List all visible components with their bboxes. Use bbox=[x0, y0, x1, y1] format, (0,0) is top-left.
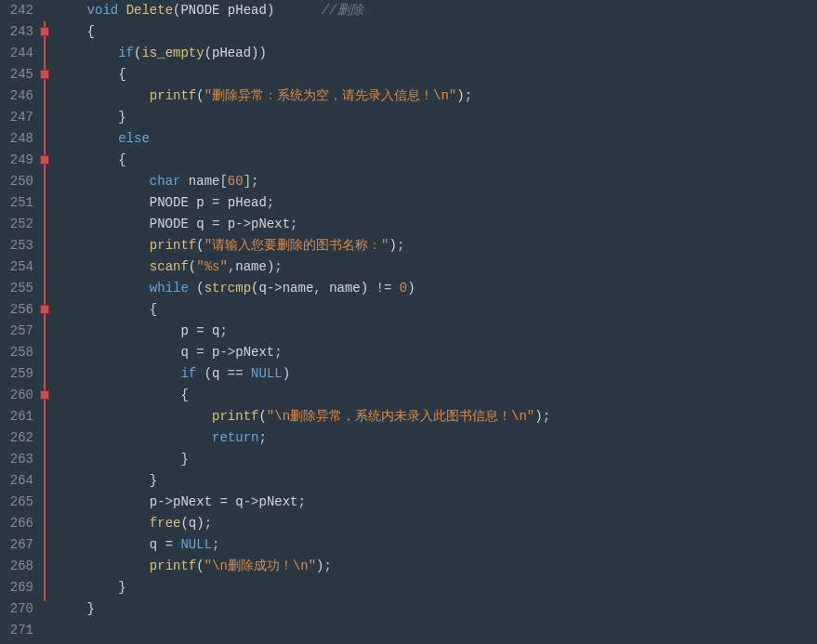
line-number: 267 bbox=[0, 534, 33, 556]
code-token: "\n删除异常，系统内未录入此图书信息！\n" bbox=[267, 409, 534, 424]
code-line[interactable]: PNODE p = pHead; bbox=[56, 192, 550, 214]
code-token: ; bbox=[267, 195, 274, 210]
fold-marker-icon[interactable] bbox=[40, 390, 49, 400]
code-token: 0 bbox=[400, 281, 407, 296]
code-line[interactable]: { bbox=[56, 64, 550, 85]
code-token: ( bbox=[196, 559, 204, 573]
code-token: //删除 bbox=[322, 3, 363, 18]
code-token bbox=[56, 452, 180, 467]
line-number: 258 bbox=[0, 342, 33, 363]
code-line[interactable]: while (strcmp(q->name, name) != 0) bbox=[56, 278, 550, 299]
code-line[interactable]: { bbox=[56, 299, 550, 321]
code-editor[interactable]: 2422432442452462472482492502512522532542… bbox=[0, 0, 817, 641]
code-token bbox=[56, 473, 150, 488]
line-number: 243 bbox=[0, 21, 33, 43]
code-token: } bbox=[150, 473, 157, 488]
code-line[interactable]: if(is_empty(pHead)) bbox=[56, 43, 550, 64]
fold-marker-icon[interactable] bbox=[40, 27, 49, 36]
code-token: { bbox=[118, 152, 125, 167]
line-number: 262 bbox=[0, 427, 33, 449]
code-line[interactable]: p = q; bbox=[56, 321, 550, 342]
code-line[interactable]: PNODE q = p->pNext; bbox=[56, 214, 550, 235]
code-line[interactable]: printf("\n删除成功！\n"); bbox=[56, 556, 550, 577]
code-token: printf bbox=[150, 88, 196, 103]
code-line[interactable]: void Delete(PNODE pHead) //删除 bbox=[56, 0, 550, 21]
code-line[interactable]: q = NULL; bbox=[56, 534, 550, 556]
fold-marker-icon[interactable] bbox=[40, 155, 49, 164]
code-token: " bbox=[219, 259, 227, 274]
code-token: char bbox=[150, 174, 181, 189]
fold-marker-icon[interactable] bbox=[40, 305, 49, 314]
code-token: ; bbox=[397, 238, 404, 253]
code-line[interactable] bbox=[56, 620, 550, 641]
code-token: ; bbox=[290, 217, 297, 231]
code-token: ; bbox=[274, 345, 282, 360]
code-token: printf bbox=[150, 559, 196, 573]
code-token bbox=[56, 366, 180, 381]
code-line[interactable]: { bbox=[56, 150, 550, 171]
code-token: { bbox=[180, 388, 188, 402]
code-token: ( bbox=[180, 516, 188, 531]
fold-marker-icon[interactable] bbox=[40, 70, 49, 79]
code-token: -> bbox=[157, 494, 173, 509]
line-number: 265 bbox=[0, 492, 33, 513]
code-line[interactable]: return; bbox=[56, 427, 550, 449]
code-line[interactable]: scanf("%s",name); bbox=[56, 256, 550, 278]
code-line[interactable]: printf("\n删除异常，系统内未录入此图书信息！\n"); bbox=[56, 406, 550, 427]
code-token: -> bbox=[244, 494, 259, 509]
code-line[interactable]: free(q); bbox=[56, 513, 550, 534]
line-number: 250 bbox=[0, 171, 33, 192]
code-token: -> bbox=[219, 345, 235, 360]
code-line[interactable]: p->pNext = q->pNext; bbox=[56, 492, 550, 513]
code-token: { bbox=[87, 24, 95, 39]
code-token: ; bbox=[274, 259, 282, 274]
code-token bbox=[56, 88, 150, 103]
code-token: ) bbox=[407, 281, 415, 296]
code-token: q bbox=[228, 494, 244, 509]
code-line[interactable]: } bbox=[56, 449, 550, 470]
code-line[interactable]: } bbox=[56, 598, 550, 620]
line-number: 255 bbox=[0, 278, 33, 299]
code-token: = bbox=[196, 323, 204, 338]
line-number: 256 bbox=[0, 299, 33, 321]
code-token: pNext bbox=[258, 494, 297, 509]
code-token: pHead bbox=[219, 195, 266, 210]
code-token bbox=[56, 24, 87, 39]
code-token: strcmp bbox=[204, 281, 251, 296]
code-token: ; bbox=[219, 323, 227, 338]
code-token: " bbox=[196, 259, 204, 274]
code-line[interactable]: char name[60]; bbox=[56, 171, 550, 192]
code-token: ; bbox=[298, 494, 306, 509]
code-token: pNext bbox=[235, 345, 274, 360]
code-line[interactable]: { bbox=[56, 21, 550, 43]
code-line[interactable]: if (q == NULL) bbox=[56, 363, 550, 385]
code-line[interactable]: printf("请输入您要删除的图书名称："); bbox=[56, 235, 550, 256]
code-token: while bbox=[150, 281, 189, 296]
code-token bbox=[56, 281, 150, 296]
code-token: pNext bbox=[251, 217, 290, 231]
code-line[interactable]: else bbox=[56, 128, 550, 150]
code-token bbox=[56, 559, 150, 573]
code-token bbox=[56, 580, 118, 595]
code-token: ) bbox=[456, 88, 464, 103]
code-token: name bbox=[283, 281, 314, 296]
code-line[interactable]: } bbox=[56, 107, 550, 128]
code-token: NULL bbox=[180, 537, 212, 552]
code-line[interactable]: q = p->pNext; bbox=[56, 342, 550, 363]
code-token bbox=[56, 516, 150, 531]
code-token: ; bbox=[251, 174, 258, 189]
code-token: } bbox=[180, 452, 188, 467]
code-token: } bbox=[87, 601, 95, 616]
code-line[interactable]: } bbox=[56, 577, 550, 598]
code-token: p bbox=[56, 323, 196, 338]
code-token: q bbox=[212, 366, 228, 381]
code-line[interactable]: } bbox=[56, 470, 550, 492]
fold-column[interactable] bbox=[39, 0, 52, 641]
code-token: return bbox=[212, 430, 258, 445]
code-token: ; bbox=[258, 430, 266, 445]
code-line[interactable]: { bbox=[56, 385, 550, 406]
code-line[interactable]: printf("删除异常：系统为空，请先录入信息！\n"); bbox=[56, 85, 550, 107]
code-token: if bbox=[180, 366, 196, 381]
code-token: } bbox=[118, 110, 125, 125]
code-area[interactable]: void Delete(PNODE pHead) //删除 { if(is_em… bbox=[52, 0, 550, 641]
